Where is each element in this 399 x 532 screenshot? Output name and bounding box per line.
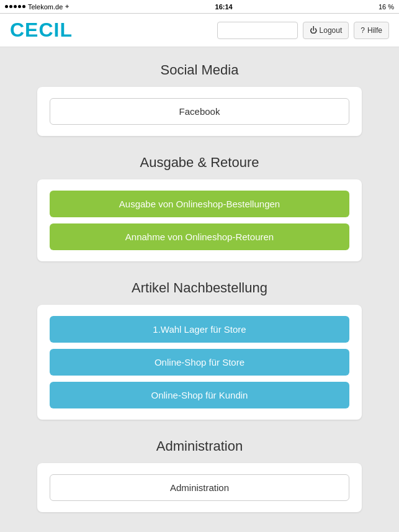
- header: CECIL ⏻ Logout ? Hilfe: [0, 14, 399, 47]
- header-right: ⏻ Logout ? Hilfe: [217, 22, 389, 39]
- ausgabe-button[interactable]: Ausgabe von Onlineshop-Bestellungen: [50, 191, 349, 217]
- time-label: 16:14: [215, 3, 233, 11]
- artikel-nachbestellung-title: Artikel Nachbestellung: [37, 280, 362, 296]
- facebook-button[interactable]: Facebook: [50, 98, 349, 125]
- annahme-button[interactable]: Annahme von Onlineshop-Retouren: [50, 223, 349, 250]
- administration-card: Administration: [37, 463, 362, 512]
- online-shop-kundin-button[interactable]: Online-Shop für Kundin: [50, 382, 349, 408]
- main-content: Social Media Facebook Ausgabe & Retoure …: [0, 47, 399, 532]
- wifi-icon: ⌖: [65, 2, 69, 11]
- ausgabe-retoure-card: Ausgabe von Onlineshop-Bestellungen Anna…: [37, 179, 362, 261]
- administration-title: Administration: [37, 438, 362, 454]
- logout-button[interactable]: ⏻ Logout: [303, 22, 349, 39]
- status-bar-right: 16 %: [379, 3, 394, 11]
- logout-icon: ⏻: [310, 26, 317, 35]
- ausgabe-retoure-title: Ausgabe & Retoure: [37, 155, 362, 171]
- wahl-lager-button[interactable]: 1.Wahl Lager für Store: [50, 316, 349, 343]
- logout-label: Logout: [320, 26, 343, 35]
- status-bar-left: Telekom.de ⌖: [5, 2, 69, 11]
- logo: CECIL: [10, 19, 73, 42]
- signal-icon: [5, 5, 25, 8]
- administration-button[interactable]: Administration: [50, 474, 349, 501]
- artikel-nachbestellung-section: Artikel Nachbestellung 1.Wahl Lager für …: [37, 280, 362, 420]
- artikel-nachbestellung-card: 1.Wahl Lager für Store Online-Shop für S…: [37, 305, 362, 420]
- help-label: Hilfe: [367, 26, 382, 35]
- social-media-title: Social Media: [37, 62, 362, 78]
- social-media-card: Facebook: [37, 87, 362, 136]
- carrier-label: Telekom.de: [28, 3, 63, 11]
- ausgabe-retoure-section: Ausgabe & Retoure Ausgabe von Onlineshop…: [37, 155, 362, 261]
- help-icon: ?: [361, 26, 365, 35]
- help-button[interactable]: ? Hilfe: [354, 22, 389, 39]
- social-media-section: Social Media Facebook: [37, 62, 362, 136]
- administration-section: Administration Administration: [37, 438, 362, 512]
- search-input[interactable]: [217, 22, 298, 39]
- online-shop-store-button[interactable]: Online-Shop für Store: [50, 349, 349, 376]
- status-bar: Telekom.de ⌖ 16:14 16 %: [0, 0, 399, 14]
- battery-label: 16 %: [379, 3, 394, 11]
